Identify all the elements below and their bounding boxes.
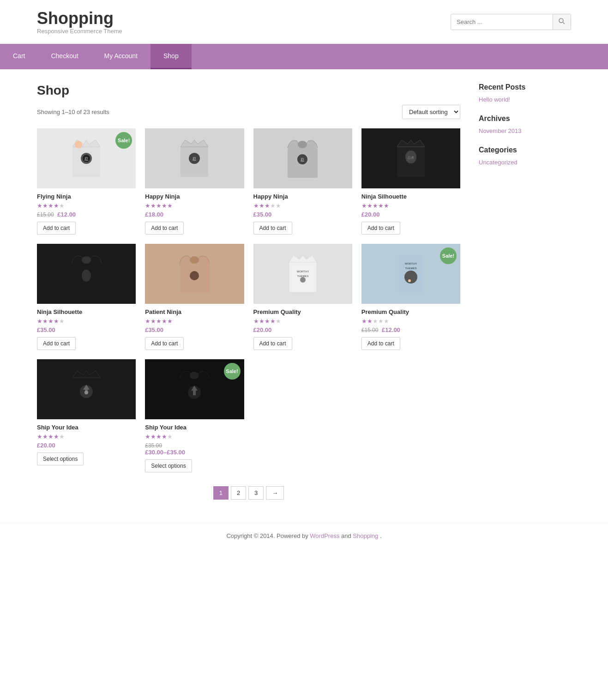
product-card: WORTHY THEMES Premium Quality ★★★★★ £20.… xyxy=(253,244,352,350)
product-price: £15.00 £12.00 xyxy=(37,211,136,218)
product-image[interactable]: Sale! xyxy=(145,359,244,419)
product-image[interactable]: 忍 xyxy=(253,128,352,188)
add-to-cart-button[interactable]: Add to cart xyxy=(361,337,400,350)
product-name: Happy Ninja xyxy=(145,193,244,200)
product-price-regular: £35.00 xyxy=(145,326,163,333)
svg-marker-27 xyxy=(289,255,317,262)
product-name: Ship Your Idea xyxy=(145,424,244,431)
product-card: Ninja Silhouette ★★★★★ £35.00 Add to car… xyxy=(37,244,136,350)
product-price: £35.00 xyxy=(253,211,352,218)
svg-text:THEMES: THEMES xyxy=(405,267,416,270)
select-options-button[interactable]: Select options xyxy=(37,453,84,465)
product-name: Ninja Silhouette xyxy=(361,193,460,200)
svg-text:WORTHY: WORTHY xyxy=(296,270,309,273)
product-stars: ★★★★★ xyxy=(145,202,244,209)
product-image[interactable]: Sale! 忍 xyxy=(37,128,136,188)
product-name: Premium Quality xyxy=(253,308,352,315)
add-to-cart-button[interactable]: Add to cart xyxy=(145,337,184,350)
page-1-button[interactable]: 1 xyxy=(213,486,229,500)
product-tshirt-svg: 忍 xyxy=(178,138,211,179)
content: Shop Showing 1–10 of 23 results Default … xyxy=(37,83,460,500)
product-price: £18.00 xyxy=(145,211,244,218)
product-price-regular: £35.00 xyxy=(37,326,55,333)
product-card: Patient Ninja ★★★★★ £35.00 Add to cart xyxy=(145,244,244,350)
add-to-cart-button[interactable]: Add to cart xyxy=(253,222,292,235)
product-tshirt-svg xyxy=(70,368,102,410)
logo: Shopping Responsive Ecommerce Theme xyxy=(37,9,122,35)
product-price: £20.00 xyxy=(361,211,460,218)
recent-posts-section: Recent Posts Hello world! xyxy=(479,83,571,103)
archive-link[interactable]: November 2013 xyxy=(479,127,571,134)
svg-line-1 xyxy=(563,22,565,24)
product-stars: ★★★★★ xyxy=(145,318,244,325)
product-price-regular: £20.00 xyxy=(253,326,272,333)
product-tshirt-svg: WORTHY THEMES xyxy=(287,253,319,295)
search-box xyxy=(451,14,571,30)
search-input[interactable] xyxy=(451,15,553,29)
add-to-cart-button[interactable]: Add to cart xyxy=(361,222,400,235)
product-tshirt-svg: 忍者 xyxy=(395,138,427,179)
product-price-old: £35.00 xyxy=(145,442,162,449)
search-button[interactable] xyxy=(553,14,571,30)
product-price: £20.00 xyxy=(37,442,136,449)
page-3-button[interactable]: 3 xyxy=(248,486,264,500)
footer-theme-link[interactable]: Shopping xyxy=(353,532,378,539)
footer-period: . xyxy=(380,532,382,539)
product-image[interactable] xyxy=(37,359,136,419)
add-to-cart-button[interactable]: Add to cart xyxy=(253,337,292,350)
footer-wp-link[interactable]: WordPress xyxy=(310,532,339,539)
add-to-cart-button[interactable]: Add to cart xyxy=(37,337,76,350)
main-nav: Cart Checkout My Account Shop xyxy=(0,44,608,69)
product-poster-svg: WORTHY THEMES xyxy=(395,253,427,295)
product-image[interactable]: 忍 xyxy=(145,128,244,188)
product-price-regular: £20.00 xyxy=(37,442,55,449)
footer-text: Copyright © 2014. Powered by xyxy=(226,532,310,539)
svg-point-39 xyxy=(84,391,88,394)
svg-point-13 xyxy=(298,141,307,148)
nav-my-account[interactable]: My Account xyxy=(91,44,150,69)
recent-post-link[interactable]: Hello world! xyxy=(479,96,571,103)
product-image[interactable] xyxy=(37,244,136,304)
categories-heading: Categories xyxy=(479,146,571,154)
svg-text:忍: 忍 xyxy=(300,158,304,162)
product-card: Ship Your Idea ★★★★★ £20.00 Select optio… xyxy=(37,359,136,472)
page-next-button[interactable]: → xyxy=(266,486,284,500)
product-card: 忍者 Ninja Silhouette ★★★★★ £20.00 Add to … xyxy=(361,128,460,235)
nav-shop[interactable]: Shop xyxy=(150,44,192,69)
product-price: £35.00 xyxy=(37,326,136,333)
page-2-button[interactable]: 2 xyxy=(231,486,246,500)
svg-marker-9 xyxy=(181,140,208,147)
select-options-button[interactable]: Select options xyxy=(145,459,192,472)
archives-heading: Archives xyxy=(479,115,571,123)
product-stars: ★★★★★ xyxy=(253,202,352,209)
product-price: £35.00 xyxy=(145,326,244,333)
category-link[interactable]: Uncategorized xyxy=(479,159,571,166)
product-price-regular: £35.00 xyxy=(253,211,272,218)
pagination: 1 2 3 → xyxy=(37,486,460,500)
search-icon xyxy=(559,18,565,24)
product-price-regular: £20.00 xyxy=(361,211,380,218)
product-name: Ninja Silhouette xyxy=(37,308,136,315)
add-to-cart-button[interactable]: Add to cart xyxy=(145,222,184,235)
product-price-range: £30.00–£35.00 xyxy=(145,449,185,456)
categories-section: Categories Uncategorized xyxy=(479,146,571,166)
archives-section: Archives November 2013 xyxy=(479,115,571,134)
product-card: 忍 Happy Ninja ★★★★★ £35.00 Add to cart xyxy=(253,128,352,235)
svg-text:WORTHY: WORTHY xyxy=(405,262,417,265)
product-image[interactable]: WORTHY THEMES xyxy=(253,244,352,304)
svg-point-25 xyxy=(190,271,199,280)
sort-select[interactable]: Default sorting xyxy=(402,105,460,119)
svg-text:忍者: 忍者 xyxy=(407,156,414,159)
nav-cart[interactable]: Cart xyxy=(0,44,38,69)
nav-checkout[interactable]: Checkout xyxy=(38,44,91,69)
svg-point-21 xyxy=(82,256,91,264)
results-bar: Showing 1–10 of 23 results Default sorti… xyxy=(37,105,460,119)
product-image[interactable] xyxy=(145,244,244,304)
logo-subtitle: Responsive Ecommerce Theme xyxy=(37,28,122,35)
svg-point-7 xyxy=(75,141,82,148)
add-to-cart-button[interactable]: Add to cart xyxy=(37,222,76,235)
product-stars: ★★★★★ xyxy=(253,318,352,325)
product-image[interactable]: Sale! WORTHY THEMES xyxy=(361,244,460,304)
product-image[interactable]: 忍者 xyxy=(361,128,460,188)
product-hoodie-svg xyxy=(177,252,212,296)
